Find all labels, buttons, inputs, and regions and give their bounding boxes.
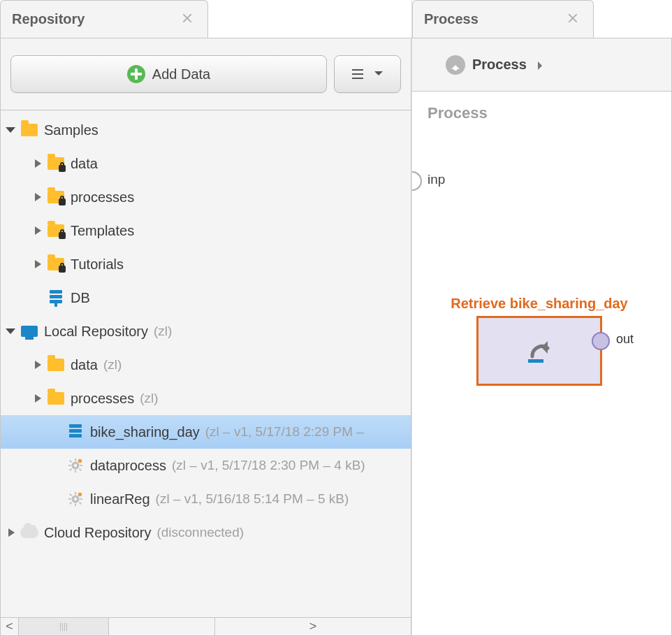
tab-process[interactable]: Process [412,0,594,38]
chevron-right-icon[interactable] [30,256,45,272]
svg-rect-5 [75,458,76,461]
tree-meta: (disconnected) [156,525,244,540]
svg-point-4 [74,464,78,468]
chevron-right-icon[interactable] [3,525,19,540]
scroll-track[interactable] [19,618,214,635]
add-data-label: Add Data [152,66,210,82]
breadcrumb-process[interactable]: Process [472,57,527,73]
tree-label: dataprocess [90,458,166,474]
close-icon[interactable] [180,10,195,26]
folder-locked-icon [47,222,65,240]
chevron-right-icon[interactable] [30,391,45,406]
tree-label: Cloud Repository [44,525,151,541]
chevron-down-icon[interactable] [3,122,19,138]
input-port[interactable] [412,171,422,191]
chevron-down-icon[interactable] [3,324,19,339]
tree-item-samples-processes[interactable]: processes [1,180,411,214]
repository-toolbar: Add Data [1,38,411,110]
scroll-left-button[interactable]: < [1,618,19,635]
tree-meta: (zl) [154,324,172,339]
cloud-icon [20,523,38,542]
svg-rect-9 [69,460,72,463]
tree-label: bike_sharing_day [90,424,200,440]
horizontal-scrollbar[interactable]: < > [1,617,411,635]
data-icon [66,423,85,441]
retrieve-icon [524,335,555,366]
tree-item-cloud-repository[interactable]: Cloud Repository (disconnected) [1,516,411,549]
spacer [30,290,45,305]
tree-label: Samples [44,122,98,138]
tree-meta: (zl – v1, 5/17/18 2:29 PM – [205,424,364,440]
tree-label: data [71,357,98,373]
chevron-right-icon[interactable] [30,189,45,205]
tree-item-db[interactable]: DB [1,281,411,315]
chevron-right-icon[interactable] [30,156,45,171]
breadcrumb: Process [412,38,671,92]
gear-icon [66,490,85,508]
operator-retrieve[interactable]: Retrieve bike_sharing_day out [476,296,630,386]
svg-rect-18 [68,498,71,500]
svg-rect-17 [75,503,76,506]
add-data-button[interactable]: Add Data [10,55,327,93]
folder-locked-icon [47,188,65,206]
tree-label: processes [71,391,134,407]
scroll-thumb[interactable] [19,618,109,635]
tree-meta: (zl) [140,391,158,406]
tree-label: Tutorials [71,256,124,273]
svg-rect-2 [131,73,142,75]
tree-item-samples-tutorials[interactable]: Tutorials [1,247,411,281]
folder-locked-icon [47,255,65,273]
close-icon[interactable] [565,10,580,26]
tree-item-bike-sharing-day[interactable]: bike_sharing_day (zl – v1, 5/17/18 2:29 … [1,415,411,449]
tree-item-dataprocess[interactable]: dataprocess (zl – v1, 5/17/18 2:30 PM – … [1,449,411,482]
folder-icon [47,356,65,374]
output-port[interactable] [592,332,610,350]
tree-item-samples-data[interactable]: data [1,147,411,180]
folder-icon [47,389,65,407]
tree-item-local-processes[interactable]: processes (zl) [1,382,411,415]
svg-rect-10 [79,468,82,471]
svg-rect-20 [69,493,72,496]
operator-title: Retrieve bike_sharing_day [448,296,630,312]
tree-label: DB [71,290,90,306]
svg-rect-21 [79,502,82,505]
spacer [50,491,65,507]
breadcrumb-separator-icon [534,57,546,73]
tab-repository-label: Repository [12,11,85,27]
gear-icon [66,456,85,475]
tree-item-samples[interactable]: Samples [1,113,411,147]
tree-item-samples-templates[interactable]: Templates [1,214,411,247]
tree-meta: (zl) [103,357,122,373]
process-canvas[interactable]: Process inp Retrieve bike_sharing_day ou… [412,92,671,635]
tree-item-local-repository[interactable]: Local Repository (zl) [1,315,411,348]
folder-icon [20,121,38,139]
spacer [50,424,65,440]
svg-rect-6 [75,470,76,472]
tree-label: Local Repository [44,324,148,340]
tab-repository[interactable]: Repository [0,0,208,38]
scroll-right-button[interactable]: > [214,618,411,635]
chevron-right-icon[interactable] [30,223,45,238]
folder-locked-icon [47,154,65,173]
svg-rect-25 [528,359,543,363]
svg-rect-22 [69,502,72,505]
operator-body[interactable]: out [476,316,602,386]
toolbar-menu-button[interactable] [334,55,401,93]
svg-rect-11 [69,468,72,471]
hamburger-icon [352,69,363,79]
up-arrow-icon[interactable] [446,55,465,75]
database-icon [47,289,65,307]
output-port-label: out [616,332,634,347]
tree-item-linearreg[interactable]: linearReg (zl – v1, 5/16/18 5:14 PM – 5 … [1,482,411,516]
chevron-right-icon[interactable] [30,357,45,373]
input-port-label: inp [428,172,445,187]
tree-meta: (zl – v1, 5/17/18 2:30 PM – 4 kB) [172,458,365,473]
canvas-process-label: Process [428,104,488,122]
tree-item-local-data[interactable]: data (zl) [1,348,411,382]
svg-point-13 [78,459,82,463]
svg-rect-8 [80,465,82,466]
svg-rect-16 [75,492,76,495]
spacer [50,458,65,473]
plus-icon [127,65,145,83]
svg-point-15 [74,498,78,501]
